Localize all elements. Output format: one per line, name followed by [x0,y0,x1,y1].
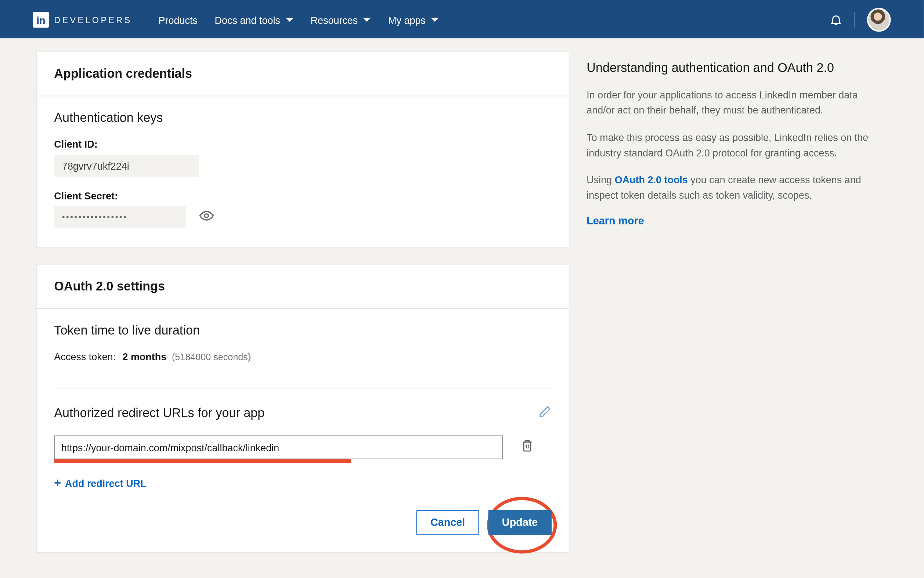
update-button[interactable]: Update [488,510,552,535]
ttl-seconds: (5184000 seconds) [172,352,251,362]
client-secret-label: Client Secret: [54,190,552,201]
nav-docs-label: Docs and tools [215,14,280,26]
nav-resources[interactable]: Resources [311,14,371,26]
oauth-tools-link[interactable]: OAuth 2.0 tools [615,174,688,185]
chevron-down-icon [431,18,439,22]
linkedin-icon: in [33,12,49,28]
button-row: Cancel Update [54,510,552,535]
eye-icon[interactable] [200,210,214,224]
brand[interactable]: in DEVELOPERS [33,12,132,28]
highlight-underline [54,459,351,463]
top-navbar: in DEVELOPERS Products Docs and tools Re… [0,0,924,38]
chevron-down-icon [285,18,294,22]
client-secret-value: •••••••••••••••• [54,206,186,227]
edit-icon[interactable] [538,405,552,421]
add-redirect-url-link[interactable]: + Add redirect URL [54,476,146,490]
svg-rect-1 [524,442,531,451]
nav-products[interactable]: Products [158,14,197,26]
divider [854,12,855,28]
add-redirect-label: Add redirect URL [65,478,146,489]
ttl-label: Access token: [54,351,116,362]
svg-point-0 [205,214,208,218]
notifications-icon[interactable] [829,13,843,27]
card-oauth-settings: OAuth 2.0 settings Token time to live du… [36,264,570,553]
help-sidebar: Understanding authentication and OAuth 2… [586,51,881,569]
help-paragraph: To make this process as easy as possible… [586,130,881,161]
nav-products-label: Products [158,14,197,26]
nav-myapps-label: My apps [388,14,425,26]
redirect-url-input[interactable] [54,435,503,459]
card-title: Application credentials [37,52,569,96]
help-paragraph: In order for your applications to access… [586,87,881,118]
learn-more-link[interactable]: Learn more [586,215,644,226]
client-id-label: Client ID: [54,138,552,150]
help-title: Understanding authentication and OAuth 2… [586,61,881,75]
divider [54,388,552,389]
trash-icon[interactable] [521,439,533,456]
plus-icon: + [54,476,61,490]
cancel-button[interactable]: Cancel [416,510,479,535]
card-title: OAuth 2.0 settings [37,265,569,308]
auth-keys-heading: Authentication keys [54,111,552,126]
nav-resources-label: Resources [311,14,358,26]
card-app-credentials: Application credentials Authentication k… [36,51,570,248]
chevron-down-icon [363,18,371,22]
help-paragraph: Using OAuth 2.0 tools you can create new… [586,172,881,203]
ttl-heading: Token time to live duration [54,323,552,338]
client-id-value: 78gvrv7ukf224i [54,155,199,177]
nav-docs[interactable]: Docs and tools [215,14,294,26]
brand-text: DEVELOPERS [54,15,132,24]
help-text: Using [586,174,614,185]
topbar-right [829,8,891,32]
avatar[interactable] [867,8,891,32]
redirect-urls-heading: Authorized redirect URLs for your app [54,406,265,421]
main-nav: Products Docs and tools Resources My app… [158,14,438,26]
ttl-row: Access token: 2 months (5184000 seconds) [54,351,552,362]
ttl-value: 2 months [122,351,166,362]
nav-myapps[interactable]: My apps [388,14,439,26]
